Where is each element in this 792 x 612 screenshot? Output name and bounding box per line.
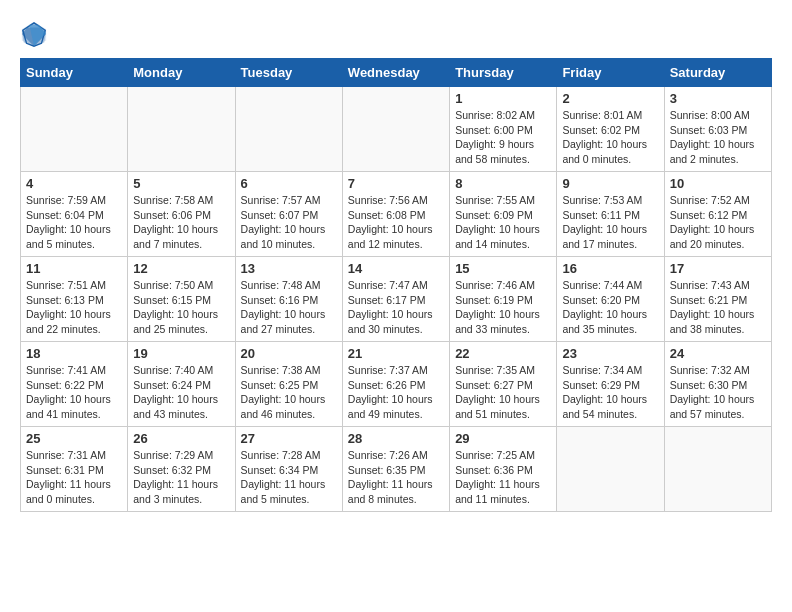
calendar-cell: 17Sunrise: 7:43 AM Sunset: 6:21 PM Dayli… bbox=[664, 257, 771, 342]
calendar-cell: 26Sunrise: 7:29 AM Sunset: 6:32 PM Dayli… bbox=[128, 427, 235, 512]
day-number: 11 bbox=[26, 261, 122, 276]
day-number: 2 bbox=[562, 91, 658, 106]
day-info: Sunrise: 7:34 AM Sunset: 6:29 PM Dayligh… bbox=[562, 363, 658, 422]
calendar-cell: 22Sunrise: 7:35 AM Sunset: 6:27 PM Dayli… bbox=[450, 342, 557, 427]
day-number: 9 bbox=[562, 176, 658, 191]
week-row: 11Sunrise: 7:51 AM Sunset: 6:13 PM Dayli… bbox=[21, 257, 772, 342]
logo bbox=[20, 20, 52, 48]
calendar-cell: 11Sunrise: 7:51 AM Sunset: 6:13 PM Dayli… bbox=[21, 257, 128, 342]
week-row: 25Sunrise: 7:31 AM Sunset: 6:31 PM Dayli… bbox=[21, 427, 772, 512]
day-number: 6 bbox=[241, 176, 337, 191]
day-number: 8 bbox=[455, 176, 551, 191]
day-info: Sunrise: 7:55 AM Sunset: 6:09 PM Dayligh… bbox=[455, 193, 551, 252]
day-info: Sunrise: 7:53 AM Sunset: 6:11 PM Dayligh… bbox=[562, 193, 658, 252]
day-number: 14 bbox=[348, 261, 444, 276]
calendar-cell: 3Sunrise: 8:00 AM Sunset: 6:03 PM Daylig… bbox=[664, 87, 771, 172]
day-info: Sunrise: 7:26 AM Sunset: 6:35 PM Dayligh… bbox=[348, 448, 444, 507]
day-info: Sunrise: 7:59 AM Sunset: 6:04 PM Dayligh… bbox=[26, 193, 122, 252]
day-of-week-header: Thursday bbox=[450, 59, 557, 87]
calendar-cell: 27Sunrise: 7:28 AM Sunset: 6:34 PM Dayli… bbox=[235, 427, 342, 512]
calendar-cell: 1Sunrise: 8:02 AM Sunset: 6:00 PM Daylig… bbox=[450, 87, 557, 172]
day-number: 29 bbox=[455, 431, 551, 446]
day-number: 19 bbox=[133, 346, 229, 361]
day-info: Sunrise: 8:02 AM Sunset: 6:00 PM Dayligh… bbox=[455, 108, 551, 167]
day-number: 26 bbox=[133, 431, 229, 446]
day-of-week-header: Friday bbox=[557, 59, 664, 87]
day-info: Sunrise: 7:44 AM Sunset: 6:20 PM Dayligh… bbox=[562, 278, 658, 337]
calendar-cell: 15Sunrise: 7:46 AM Sunset: 6:19 PM Dayli… bbox=[450, 257, 557, 342]
day-number: 20 bbox=[241, 346, 337, 361]
day-number: 27 bbox=[241, 431, 337, 446]
calendar-cell: 6Sunrise: 7:57 AM Sunset: 6:07 PM Daylig… bbox=[235, 172, 342, 257]
day-of-week-header: Monday bbox=[128, 59, 235, 87]
day-info: Sunrise: 7:50 AM Sunset: 6:15 PM Dayligh… bbox=[133, 278, 229, 337]
calendar-cell: 8Sunrise: 7:55 AM Sunset: 6:09 PM Daylig… bbox=[450, 172, 557, 257]
day-number: 18 bbox=[26, 346, 122, 361]
day-info: Sunrise: 7:37 AM Sunset: 6:26 PM Dayligh… bbox=[348, 363, 444, 422]
calendar-cell: 28Sunrise: 7:26 AM Sunset: 6:35 PM Dayli… bbox=[342, 427, 449, 512]
calendar-cell: 10Sunrise: 7:52 AM Sunset: 6:12 PM Dayli… bbox=[664, 172, 771, 257]
calendar-cell: 4Sunrise: 7:59 AM Sunset: 6:04 PM Daylig… bbox=[21, 172, 128, 257]
day-info: Sunrise: 7:28 AM Sunset: 6:34 PM Dayligh… bbox=[241, 448, 337, 507]
calendar-header-row: SundayMondayTuesdayWednesdayThursdayFrid… bbox=[21, 59, 772, 87]
day-info: Sunrise: 7:51 AM Sunset: 6:13 PM Dayligh… bbox=[26, 278, 122, 337]
calendar-cell: 2Sunrise: 8:01 AM Sunset: 6:02 PM Daylig… bbox=[557, 87, 664, 172]
calendar-cell: 25Sunrise: 7:31 AM Sunset: 6:31 PM Dayli… bbox=[21, 427, 128, 512]
day-number: 23 bbox=[562, 346, 658, 361]
calendar-cell: 24Sunrise: 7:32 AM Sunset: 6:30 PM Dayli… bbox=[664, 342, 771, 427]
day-number: 7 bbox=[348, 176, 444, 191]
calendar-cell: 7Sunrise: 7:56 AM Sunset: 6:08 PM Daylig… bbox=[342, 172, 449, 257]
day-info: Sunrise: 7:52 AM Sunset: 6:12 PM Dayligh… bbox=[670, 193, 766, 252]
day-info: Sunrise: 7:41 AM Sunset: 6:22 PM Dayligh… bbox=[26, 363, 122, 422]
day-number: 12 bbox=[133, 261, 229, 276]
day-of-week-header: Saturday bbox=[664, 59, 771, 87]
day-number: 25 bbox=[26, 431, 122, 446]
day-info: Sunrise: 7:57 AM Sunset: 6:07 PM Dayligh… bbox=[241, 193, 337, 252]
day-info: Sunrise: 7:38 AM Sunset: 6:25 PM Dayligh… bbox=[241, 363, 337, 422]
day-info: Sunrise: 8:00 AM Sunset: 6:03 PM Dayligh… bbox=[670, 108, 766, 167]
calendar-cell: 20Sunrise: 7:38 AM Sunset: 6:25 PM Dayli… bbox=[235, 342, 342, 427]
calendar-cell: 21Sunrise: 7:37 AM Sunset: 6:26 PM Dayli… bbox=[342, 342, 449, 427]
calendar-cell: 5Sunrise: 7:58 AM Sunset: 6:06 PM Daylig… bbox=[128, 172, 235, 257]
day-info: Sunrise: 8:01 AM Sunset: 6:02 PM Dayligh… bbox=[562, 108, 658, 167]
calendar-cell bbox=[342, 87, 449, 172]
calendar-cell: 23Sunrise: 7:34 AM Sunset: 6:29 PM Dayli… bbox=[557, 342, 664, 427]
day-of-week-header: Sunday bbox=[21, 59, 128, 87]
calendar-cell: 16Sunrise: 7:44 AM Sunset: 6:20 PM Dayli… bbox=[557, 257, 664, 342]
calendar-cell: 18Sunrise: 7:41 AM Sunset: 6:22 PM Dayli… bbox=[21, 342, 128, 427]
calendar-cell bbox=[664, 427, 771, 512]
day-of-week-header: Tuesday bbox=[235, 59, 342, 87]
calendar-cell: 13Sunrise: 7:48 AM Sunset: 6:16 PM Dayli… bbox=[235, 257, 342, 342]
day-number: 28 bbox=[348, 431, 444, 446]
day-number: 16 bbox=[562, 261, 658, 276]
day-info: Sunrise: 7:40 AM Sunset: 6:24 PM Dayligh… bbox=[133, 363, 229, 422]
day-number: 3 bbox=[670, 91, 766, 106]
calendar-cell bbox=[235, 87, 342, 172]
day-number: 24 bbox=[670, 346, 766, 361]
calendar-cell: 14Sunrise: 7:47 AM Sunset: 6:17 PM Dayli… bbox=[342, 257, 449, 342]
day-info: Sunrise: 7:25 AM Sunset: 6:36 PM Dayligh… bbox=[455, 448, 551, 507]
calendar-cell bbox=[557, 427, 664, 512]
calendar-cell: 29Sunrise: 7:25 AM Sunset: 6:36 PM Dayli… bbox=[450, 427, 557, 512]
day-number: 17 bbox=[670, 261, 766, 276]
calendar-cell: 12Sunrise: 7:50 AM Sunset: 6:15 PM Dayli… bbox=[128, 257, 235, 342]
day-number: 5 bbox=[133, 176, 229, 191]
week-row: 4Sunrise: 7:59 AM Sunset: 6:04 PM Daylig… bbox=[21, 172, 772, 257]
day-info: Sunrise: 7:43 AM Sunset: 6:21 PM Dayligh… bbox=[670, 278, 766, 337]
day-number: 4 bbox=[26, 176, 122, 191]
calendar-cell: 19Sunrise: 7:40 AM Sunset: 6:24 PM Dayli… bbox=[128, 342, 235, 427]
day-number: 10 bbox=[670, 176, 766, 191]
day-info: Sunrise: 7:48 AM Sunset: 6:16 PM Dayligh… bbox=[241, 278, 337, 337]
day-info: Sunrise: 7:56 AM Sunset: 6:08 PM Dayligh… bbox=[348, 193, 444, 252]
calendar-cell bbox=[21, 87, 128, 172]
day-info: Sunrise: 7:29 AM Sunset: 6:32 PM Dayligh… bbox=[133, 448, 229, 507]
calendar-cell: 9Sunrise: 7:53 AM Sunset: 6:11 PM Daylig… bbox=[557, 172, 664, 257]
day-info: Sunrise: 7:47 AM Sunset: 6:17 PM Dayligh… bbox=[348, 278, 444, 337]
calendar-table: SundayMondayTuesdayWednesdayThursdayFrid… bbox=[20, 58, 772, 512]
day-info: Sunrise: 7:32 AM Sunset: 6:30 PM Dayligh… bbox=[670, 363, 766, 422]
day-info: Sunrise: 7:46 AM Sunset: 6:19 PM Dayligh… bbox=[455, 278, 551, 337]
day-info: Sunrise: 7:58 AM Sunset: 6:06 PM Dayligh… bbox=[133, 193, 229, 252]
calendar-cell bbox=[128, 87, 235, 172]
logo-icon bbox=[20, 20, 48, 48]
day-of-week-header: Wednesday bbox=[342, 59, 449, 87]
